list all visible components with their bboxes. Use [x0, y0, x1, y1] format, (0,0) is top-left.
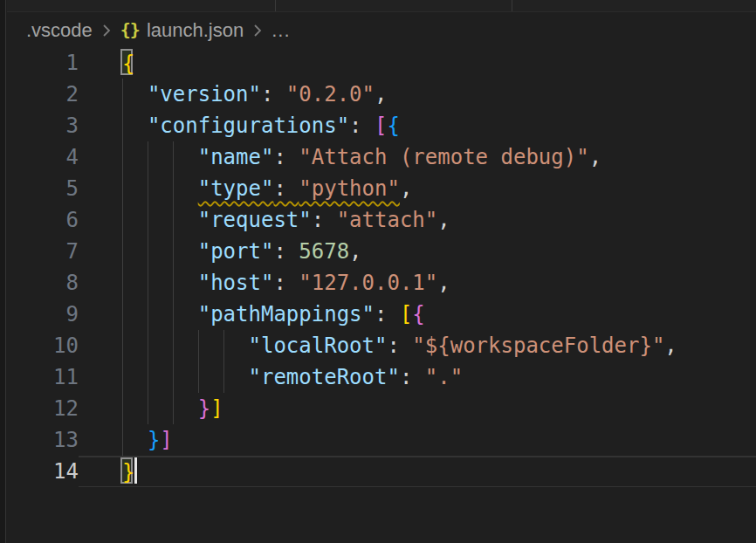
- breadcrumb: .vscode {} launch.json ...: [7, 13, 756, 47]
- code-line-content[interactable]: "localRoot": "${workspaceFolder}",: [79, 330, 756, 361]
- code-line-content[interactable]: "type": "python",: [79, 173, 756, 204]
- tab-partial-1[interactable]: [7, 0, 276, 11]
- code-token: :: [312, 208, 337, 232]
- indent-guide: [173, 173, 174, 204]
- code-token: "${workspaceFolder}": [412, 333, 664, 358]
- code-token: :: [273, 239, 299, 264]
- indent-guide: [173, 330, 174, 361]
- indent-guide: [148, 393, 148, 424]
- code-line-content[interactable]: "port": 5678,: [79, 236, 756, 267]
- line-number[interactable]: 1: [7, 47, 79, 79]
- code-line-content[interactable]: "version": "0.2.0",: [79, 79, 756, 110]
- editor[interactable]: 1{2 "version": "0.2.0",3 "configurations…: [7, 47, 756, 543]
- code-token: ".": [425, 365, 463, 389]
- code-line[interactable]: 2 "version": "0.2.0",: [7, 79, 756, 110]
- tab-partial-3[interactable]: [512, 0, 756, 11]
- indent-guide: [122, 141, 123, 173]
- indent-guide: [122, 267, 123, 299]
- line-number[interactable]: 10: [7, 330, 79, 361]
- code-token: "port": [198, 239, 274, 264]
- code-line[interactable]: 14}: [7, 456, 756, 487]
- indent-guide: [122, 204, 123, 236]
- vscode-editor-window: .vscode {} launch.json ... 1{2 "version"…: [0, 0, 756, 543]
- line-number[interactable]: 2: [7, 79, 79, 110]
- indent-guide: [223, 361, 224, 393]
- code-token: "host": [198, 271, 274, 295]
- breadcrumb-item-folder[interactable]: .vscode: [26, 19, 93, 42]
- code-line[interactable]: 3 "configurations": [{: [7, 110, 756, 141]
- code-line-content[interactable]: "pathMappings": [{: [79, 299, 756, 330]
- code-line[interactable]: 4 "name": "Attach (remote debug)",: [7, 141, 756, 173]
- indent-guide: [173, 299, 174, 330]
- breadcrumb-item-file[interactable]: launch.json: [147, 19, 244, 42]
- code-token: ,: [589, 145, 601, 169]
- code-token: [122, 113, 148, 138]
- code-line[interactable]: 13 }]: [7, 424, 756, 456]
- chevron-right-icon: [100, 22, 113, 39]
- code-token: "python": [299, 176, 400, 201]
- code-line[interactable]: 10 "localRoot": "${workspaceFolder}",: [7, 330, 756, 361]
- code-line-content[interactable]: {: [79, 47, 756, 79]
- line-number[interactable]: 8: [7, 267, 79, 299]
- code-token: ,: [349, 239, 361, 264]
- code-token: [122, 176, 198, 201]
- code-line[interactable]: 8 "host": "127.0.0.1",: [7, 267, 756, 299]
- code-token: "version": [148, 82, 261, 107]
- code-token: :: [387, 333, 412, 358]
- code-token: {: [387, 113, 399, 138]
- code-token: :: [375, 302, 400, 326]
- code-line-content[interactable]: "remoteRoot": ".": [79, 361, 756, 393]
- code-line[interactable]: 6 "request": "attach",: [7, 204, 756, 236]
- code-token: ,: [664, 333, 677, 358]
- line-number[interactable]: 6: [7, 204, 79, 236]
- tab-strip: [7, 0, 756, 12]
- line-number[interactable]: 9: [7, 299, 79, 330]
- code-token: [122, 428, 148, 452]
- line-number[interactable]: 5: [7, 173, 79, 204]
- indent-guide: [122, 79, 123, 110]
- breadcrumb-item-symbols[interactable]: ...: [271, 19, 290, 42]
- code-token: [122, 396, 198, 421]
- code-token: }: [148, 428, 160, 452]
- code-line[interactable]: 12 }]: [7, 393, 756, 424]
- code-line[interactable]: 9 "pathMappings": [{: [7, 299, 756, 330]
- text-cursor: [134, 457, 137, 484]
- code-token: "request": [198, 208, 312, 232]
- code-line-content[interactable]: }]: [79, 424, 756, 456]
- tab-partial-2[interactable]: [276, 0, 512, 11]
- code-token: [122, 333, 249, 358]
- code-token: "name": [198, 145, 274, 169]
- code-token: {: [412, 302, 424, 326]
- indent-guide: [122, 236, 123, 267]
- code-line-content[interactable]: }: [79, 456, 756, 487]
- indent-guide: [148, 141, 148, 173]
- line-number[interactable]: 4: [7, 141, 79, 173]
- line-number[interactable]: 12: [7, 393, 79, 424]
- line-number[interactable]: 13: [7, 424, 79, 456]
- line-number[interactable]: 3: [7, 110, 79, 141]
- code-line-content[interactable]: "request": "attach",: [79, 204, 756, 236]
- line-number[interactable]: 14: [7, 456, 79, 487]
- code-token: "configurations": [148, 113, 349, 138]
- line-number[interactable]: 7: [7, 236, 79, 267]
- code-token: ,: [437, 271, 450, 295]
- indent-guide: [148, 299, 148, 330]
- code-line-content[interactable]: "configurations": [{: [79, 110, 756, 141]
- indent-guide: [122, 393, 123, 424]
- code-token: "pathMappings": [198, 302, 375, 326]
- code-line-content[interactable]: }]: [79, 393, 756, 424]
- code-token: "type": [198, 176, 274, 201]
- code-line-content[interactable]: "host": "127.0.0.1",: [79, 267, 756, 299]
- indent-guide: [198, 361, 199, 393]
- line-number[interactable]: 11: [7, 361, 79, 393]
- code-line[interactable]: 11 "remoteRoot": ".": [7, 361, 756, 393]
- code-token: "Attach (remote debug)": [299, 145, 588, 169]
- code-token: [122, 145, 198, 169]
- code-line[interactable]: 7 "port": 5678,: [7, 236, 756, 267]
- indent-guide: [173, 267, 174, 299]
- code-line[interactable]: 5 "type": "python",: [7, 173, 756, 204]
- indent-guide: [173, 204, 174, 236]
- code-token: [122, 302, 198, 326]
- code-line[interactable]: 1{: [7, 47, 756, 79]
- code-line-content[interactable]: "name": "Attach (remote debug)",: [79, 141, 756, 173]
